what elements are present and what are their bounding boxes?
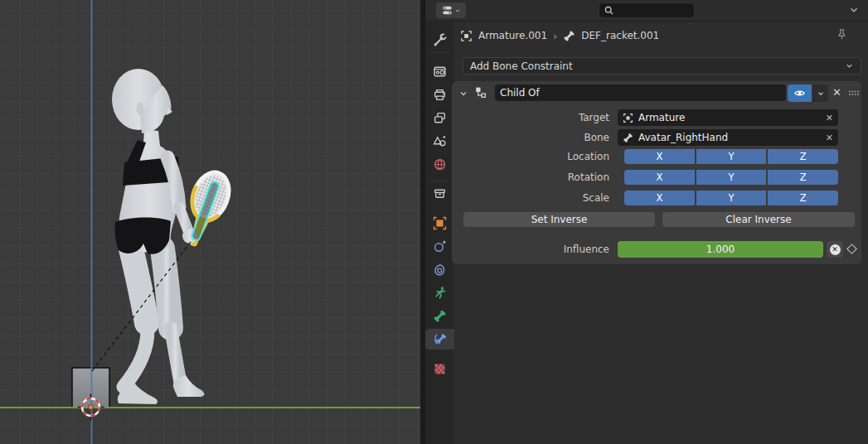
tab-separator (429, 52, 450, 53)
tab-view-layer[interactable] (425, 108, 454, 128)
scale-z-toggle[interactable]: Z (768, 191, 838, 205)
add-bone-constraint-dropdown[interactable]: Add Bone Constraint (463, 57, 861, 75)
x-circle-icon: ✕ (830, 244, 841, 255)
influence-value: 1.000 (706, 244, 735, 255)
location-z-toggle[interactable]: Z (768, 149, 838, 164)
search-icon (604, 5, 614, 16)
bone-icon[interactable] (563, 30, 575, 42)
tab-scene[interactable] (425, 131, 454, 152)
viewport-scene (0, 0, 420, 444)
bone-label: Bone (458, 129, 609, 146)
chevron-down-icon (845, 61, 854, 70)
tab-texture[interactable] (425, 359, 454, 379)
blender-window: Armature.001 › DEF_racket.001 Add Bone C… (0, 0, 868, 444)
render-icon (433, 65, 447, 79)
editor-type-button[interactable] (436, 2, 466, 18)
object-icon[interactable] (460, 30, 473, 42)
properties-header (425, 0, 868, 22)
scale-x-toggle[interactable]: X (624, 191, 695, 205)
grip-dots-icon[interactable] (848, 89, 860, 97)
object-icon (623, 113, 633, 123)
cube-object[interactable] (72, 368, 109, 408)
bone-value: Avatar_RightHand (638, 132, 821, 143)
tool-icon (433, 33, 447, 47)
rotation-axis-toggles: X Y Z (624, 170, 838, 185)
constraint-visibility-toggle[interactable] (788, 84, 812, 102)
world-icon (433, 157, 447, 171)
tab-separator (429, 181, 450, 181)
tab-object[interactable] (425, 213, 454, 234)
location-label: Location (458, 149, 609, 164)
child-of-icon (473, 85, 487, 99)
search-box[interactable] (599, 2, 695, 18)
chevron-down-icon (454, 7, 461, 14)
tab-output[interactable] (425, 84, 454, 105)
scene-icon (433, 134, 447, 148)
target-clear-button[interactable]: ✕ (826, 113, 833, 123)
collection-icon (433, 186, 447, 200)
add-bone-constraint-label: Add Bone Constraint (470, 60, 573, 72)
set-inverse-button[interactable]: Set Inverse (463, 212, 655, 227)
breadcrumb-separator: › (553, 30, 557, 42)
properties-content: Armature.001 › DEF_racket.001 Add Bone C… (454, 22, 868, 444)
bone-clear-button[interactable]: ✕ (826, 133, 833, 143)
header-collapse-chevron-icon[interactable] (848, 4, 860, 16)
tab-object-constraints[interactable] (425, 259, 454, 280)
constraint-name: Child Of (500, 87, 781, 99)
clear-inverse-button[interactable]: Clear Inverse (662, 212, 855, 227)
breadcrumb: Armature.001 › DEF_racket.001 (460, 27, 659, 44)
scale-y-toggle[interactable]: Y (696, 191, 767, 205)
rotation-label: Rotation (458, 170, 609, 185)
tab-physics[interactable] (425, 236, 454, 257)
location-x-toggle[interactable]: X (624, 149, 695, 164)
tab-bone-constraints[interactable] (425, 329, 454, 350)
influence-label: Influence (458, 241, 609, 258)
child-of-constraint-panel: Child Of ✕ (452, 81, 861, 264)
breadcrumb-bone[interactable]: DEF_racket.001 (581, 30, 659, 41)
tab-object-data[interactable] (425, 282, 454, 303)
object-icon (433, 216, 447, 230)
scale-label: Scale (458, 191, 609, 205)
location-y-toggle[interactable]: Y (696, 149, 767, 164)
armature-data-icon (433, 286, 447, 300)
texture-icon (433, 362, 447, 376)
bone-constraint-icon (433, 332, 447, 346)
breadcrumb-object[interactable]: Armature.001 (478, 30, 547, 41)
eye-icon (793, 87, 806, 99)
tab-collection[interactable] (425, 183, 454, 204)
tab-world[interactable] (425, 154, 454, 175)
rotation-y-toggle[interactable]: Y (696, 170, 767, 185)
bone-icon (433, 309, 447, 323)
constraints-icon (433, 263, 447, 277)
panel-expand-chevron-icon[interactable] (458, 89, 468, 99)
bone-icon (623, 133, 633, 143)
constraint-extras-button[interactable] (812, 84, 828, 102)
rotation-x-toggle[interactable]: X (624, 170, 695, 185)
constraint-delete-button[interactable]: ✕ (832, 86, 841, 99)
target-value: Armature (638, 112, 821, 123)
output-icon (433, 88, 447, 102)
search-input[interactable] (614, 6, 687, 16)
influence-keyframe-button[interactable] (846, 244, 857, 254)
properties-editor-icon (441, 4, 453, 17)
properties-tab-column (425, 22, 454, 444)
tab-tool[interactable] (425, 30, 454, 51)
object-origin-dot (89, 405, 94, 410)
rotation-z-toggle[interactable]: Z (768, 170, 838, 185)
tab-bone[interactable] (425, 306, 454, 326)
3d-viewport[interactable] (0, 0, 420, 444)
bone-field[interactable]: Avatar_RightHand ✕ (618, 129, 838, 146)
physics-icon (433, 239, 447, 253)
location-axis-toggles: X Y Z (624, 149, 838, 164)
pin-icon[interactable] (836, 28, 848, 41)
properties-editor: Armature.001 › DEF_racket.001 Add Bone C… (425, 0, 868, 444)
influence-animation-clear-button[interactable]: ✕ (827, 241, 843, 258)
scale-axis-toggles: X Y Z (624, 191, 838, 205)
influence-slider[interactable]: 1.000 (618, 241, 823, 258)
constraint-name-input[interactable]: Child Of (495, 84, 786, 101)
target-field[interactable]: Armature ✕ (618, 109, 838, 126)
view-layer-icon (433, 111, 447, 125)
chevron-down-icon (817, 89, 825, 98)
tab-render[interactable] (425, 61, 454, 82)
target-label: Target (458, 109, 609, 126)
